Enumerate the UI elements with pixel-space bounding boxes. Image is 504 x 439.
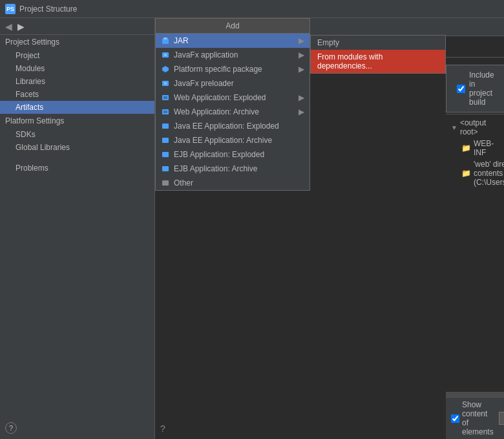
menu-item-ejb-archive[interactable]: EJB Application: Archive xyxy=(156,162,310,176)
bottom-bar: Show content of elements ... xyxy=(446,397,504,439)
menu-item-jee-exploded[interactable]: Java EE Application: Exploded xyxy=(156,119,310,133)
web-app-archive-arrow: ▶ xyxy=(299,107,304,116)
jee-archive-label: Java EE Application: Archive xyxy=(174,136,272,145)
jee-exploded-icon xyxy=(161,122,170,131)
scroll-area[interactable] xyxy=(446,392,504,397)
dropdown-container: Add JAR ▶ JavaFx application ▶ xyxy=(155,18,504,439)
jee-exploded-label: Java EE Application: Exploded xyxy=(174,122,279,131)
javafx-preloader-icon xyxy=(161,79,170,88)
menu-item-web-app-exploded[interactable]: Web Application: Exploded ▶ xyxy=(156,91,310,105)
include-in-build-row: Include in project build xyxy=(446,65,504,112)
show-content-checkbox[interactable] xyxy=(451,414,459,423)
title-bar-icon: PS xyxy=(5,4,16,14)
include-in-build-checkbox[interactable] xyxy=(457,85,465,93)
web-app-exploded-arrow: ▶ xyxy=(299,93,304,102)
menu-item-javafx-preloader[interactable]: JavaFx preloader xyxy=(156,76,310,91)
sidebar-item-facets[interactable]: Facets xyxy=(0,88,154,101)
submenu-item-from-modules[interactable]: From modules with dependencies... xyxy=(311,50,445,73)
help-icon[interactable]: ? xyxy=(160,423,165,434)
tree-node-web-dir[interactable]: 📁 'web' directory contents (C:\Users\265… xyxy=(446,158,504,188)
jar-submenu[interactable]: Empty From modules with dependencies... xyxy=(310,35,446,74)
sidebar-item-libraries[interactable]: Libraries xyxy=(0,75,154,88)
libraries-label: Libraries xyxy=(16,77,45,86)
ejb-archive-icon xyxy=(161,164,170,173)
menu-item-platform-pkg[interactable]: Platform specific package ▶ xyxy=(156,62,310,76)
global-libraries-label: Global Libraries xyxy=(16,143,70,152)
add-menu[interactable]: Add JAR ▶ JavaFx application ▶ xyxy=(155,18,310,191)
other-label: Other xyxy=(174,178,193,187)
show-content-row: Show content of elements xyxy=(451,400,494,436)
svg-marker-4 xyxy=(162,66,169,72)
tree-panel: ▼ <output root> 📁 WEB-INF 📁 'web' direct… xyxy=(446,114,504,392)
sdks-label: SDKs xyxy=(16,130,36,139)
svg-rect-14 xyxy=(162,166,169,171)
back-arrow[interactable]: ◀ xyxy=(5,21,12,32)
menu-item-jee-archive[interactable]: Java EE Application: Archive xyxy=(156,133,310,147)
project-settings-label: Project Settings xyxy=(0,35,154,49)
javafx-app-icon xyxy=(161,50,170,59)
title-bar: PS Project Structure xyxy=(0,0,504,18)
three-dots-button[interactable]: ... xyxy=(499,412,504,425)
from-modules-label: From modules with dependencies... xyxy=(317,52,439,70)
svg-rect-12 xyxy=(162,138,169,143)
include-in-build-label: Include in project build xyxy=(469,70,494,107)
chevron-icon: ▼ xyxy=(451,124,457,131)
tree-node-web-inf[interactable]: 📁 WEB-INF xyxy=(446,138,504,158)
right-panel: Output Layout Validation Pre-processing … xyxy=(446,75,504,439)
platform-settings-label: Platform Settings xyxy=(0,114,154,128)
submenu-item-empty[interactable]: Empty xyxy=(311,36,445,50)
javafx-preloader-label: JavaFx preloader xyxy=(174,79,234,88)
menu-item-jar[interactable]: JAR ▶ xyxy=(156,34,310,48)
sidebar-item-global-libraries[interactable]: Global Libraries xyxy=(0,141,154,154)
empty-label: Empty xyxy=(317,38,339,47)
sidebar-item-artifacts[interactable]: Artifacts xyxy=(0,101,154,114)
menu-item-ejb-exploded[interactable]: EJB Application: Exploded xyxy=(156,147,310,162)
menu-item-web-app-archive[interactable]: Web Application: Archive ▶ xyxy=(156,105,310,119)
sidebar: ◀ ▶ Project Settings Project Modules Lib… xyxy=(0,18,155,439)
web-app-archive-label: Web Application: Archive xyxy=(174,107,259,116)
sidebar-item-project[interactable]: Project xyxy=(0,49,154,62)
sidebar-item-modules[interactable]: Modules xyxy=(0,62,154,75)
menu-item-javafx-app[interactable]: JavaFx application ▶ xyxy=(156,48,310,62)
facets-label: Facets xyxy=(16,90,39,99)
ejb-exploded-label: EJB Application: Exploded xyxy=(174,150,264,159)
javafx-app-label: JavaFx application xyxy=(174,50,238,59)
svg-rect-10 xyxy=(163,111,167,113)
output-root-label: <output root> xyxy=(460,118,499,136)
javafx-app-arrow: ▶ xyxy=(299,50,304,59)
jar-label: JAR xyxy=(174,36,189,45)
svg-rect-13 xyxy=(162,152,169,157)
svg-rect-8 xyxy=(163,96,167,99)
jar-arrow: ▶ xyxy=(299,36,304,45)
jee-archive-icon xyxy=(161,136,170,145)
web-dir-label: 'web' directory contents (C:\Users\26556… xyxy=(474,160,504,187)
ejb-exploded-icon xyxy=(161,150,170,159)
help-button[interactable]: ? xyxy=(5,422,17,434)
tree-node-output-root[interactable]: ▼ <output root> xyxy=(446,117,504,138)
platform-pkg-arrow: ▶ xyxy=(299,65,304,74)
web-inf-label: WEB-INF xyxy=(474,139,499,157)
web-app-exploded-icon xyxy=(161,93,170,102)
folder-icon-web-inf: 📁 xyxy=(461,144,471,153)
ejb-archive-label: EJB Application: Archive xyxy=(174,164,257,173)
jar-icon xyxy=(161,36,170,45)
web-app-archive-icon xyxy=(161,107,170,116)
web-app-exploded-label: Web Application: Exploded xyxy=(174,93,266,102)
svg-rect-15 xyxy=(162,180,169,186)
add-menu-header: Add xyxy=(156,19,310,34)
artifacts-label: Artifacts xyxy=(16,103,43,112)
nav-arrows: ◀ ▶ xyxy=(0,18,154,35)
sidebar-item-problems[interactable]: Problems xyxy=(0,162,154,175)
other-icon xyxy=(161,178,170,187)
forward-arrow[interactable]: ▶ xyxy=(17,21,25,32)
menu-item-other[interactable]: Other xyxy=(156,176,310,190)
show-content-label: Show content of elements xyxy=(462,400,494,436)
folder-icon-web-dir: 📁 xyxy=(461,169,471,178)
sidebar-item-sdks[interactable]: SDKs xyxy=(0,128,154,141)
svg-point-6 xyxy=(164,82,167,85)
title-bar-title: Project Structure xyxy=(19,5,77,14)
svg-rect-11 xyxy=(162,123,169,129)
problems-label: Problems xyxy=(16,164,48,173)
svg-rect-1 xyxy=(163,37,167,39)
svg-point-3 xyxy=(164,54,167,56)
